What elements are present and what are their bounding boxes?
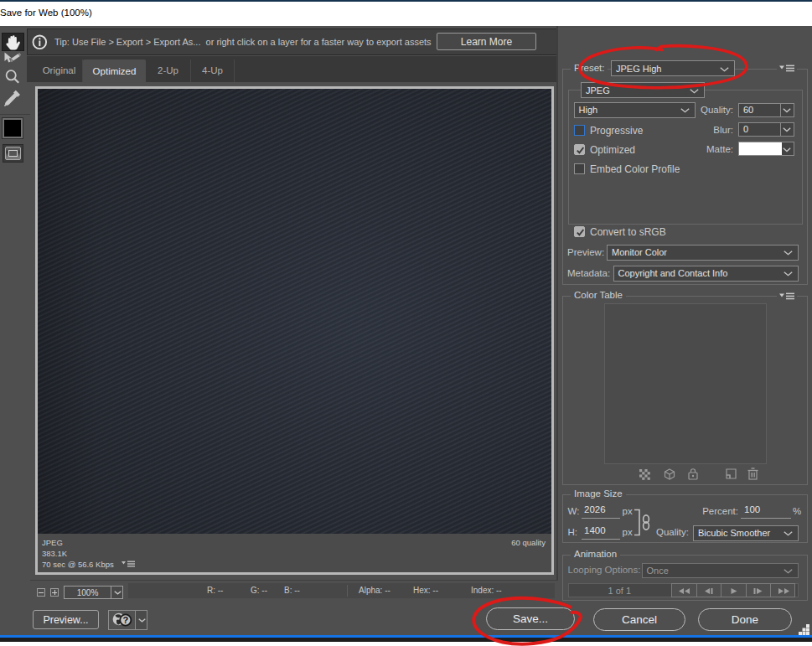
- svg-text:?: ?: [122, 615, 128, 625]
